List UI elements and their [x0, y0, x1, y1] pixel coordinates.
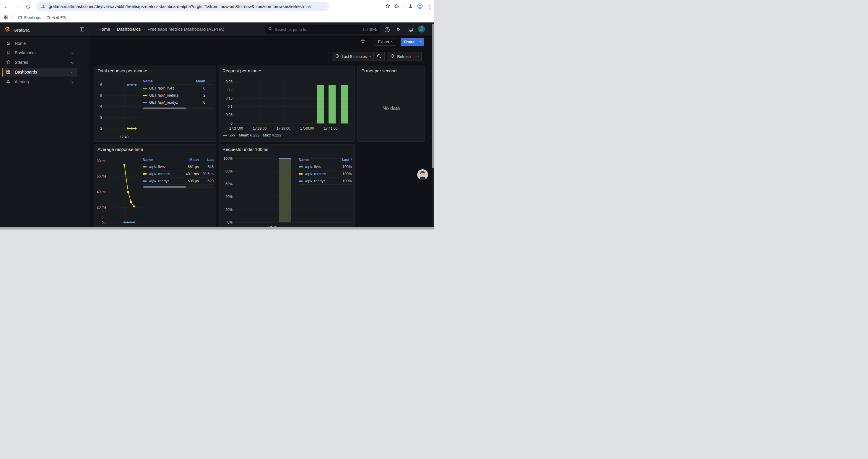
sidebar-item-home[interactable]: Home [2, 39, 78, 48]
svg-text:17:38:00: 17:38:00 [253, 126, 267, 131]
search-input[interactable] [275, 27, 361, 32]
refresh-interval-button[interactable] [414, 52, 421, 61]
legend-scrollbar[interactable] [143, 107, 214, 109]
legend-row[interactable]: GET /api/_readyz 6 [143, 99, 214, 106]
legend-scrollbar[interactable] [143, 186, 214, 188]
sidebar-item-bookmarks[interactable]: Bookmarks [2, 48, 78, 57]
vertical-scrollbar[interactable] [432, 23, 434, 230]
export-button[interactable]: Export [375, 38, 396, 46]
svg-text:0.2: 0.2 [227, 88, 232, 92]
bookmark-icon [6, 50, 11, 56]
legend-row[interactable]: /api/_livez 661 µs 646 [143, 163, 214, 170]
legend-row[interactable]: /api/_livez 100% [299, 163, 352, 170]
series-swatch [299, 181, 303, 182]
panel-title[interactable]: Request per minute [222, 68, 261, 73]
help-icon[interactable]: ? [383, 26, 391, 33]
svg-text:0.05: 0.05 [226, 113, 233, 117]
address-bar[interactable] [36, 2, 329, 11]
sidebar-item-starred[interactable]: Starred [2, 58, 78, 67]
star-icon [6, 60, 11, 65]
search-box[interactable]: ⌘+k [265, 25, 380, 34]
site-settings-icon[interactable] [39, 3, 46, 10]
legend-series-name: 2xx [229, 133, 235, 137]
floating-avatar-button[interactable] [417, 169, 428, 180]
news-rss-icon[interactable] [395, 26, 402, 33]
browser-forward-icon[interactable]: → [13, 2, 21, 11]
apps-grid-icon[interactable] [4, 15, 8, 21]
chevron-down-icon[interactable] [71, 71, 73, 73]
series-swatch [299, 173, 303, 174]
sidebar-item-alerting[interactable]: Alerting [2, 77, 78, 86]
chevron-down-icon[interactable] [71, 80, 73, 83]
svg-text:17:41:00: 17:41:00 [324, 126, 338, 131]
svg-text:0.15: 0.15 [226, 96, 233, 100]
svg-text:80 ms: 80 ms [97, 159, 106, 163]
scrollbar-thumb[interactable] [432, 24, 434, 168]
grafana-brand[interactable]: Grafana [4, 26, 30, 34]
sidebar-toggle-icon[interactable] [79, 27, 85, 32]
share-button[interactable]: Share [401, 38, 418, 46]
legend-header: Name Mean Las [143, 156, 214, 163]
extensions-icon[interactable] [395, 4, 399, 10]
legend-row[interactable]: /api/_readyz 100% [299, 177, 352, 185]
panel-title[interactable]: Total requests per minute [97, 68, 147, 73]
svg-text:4: 4 [100, 104, 102, 108]
zoom-out-button[interactable] [373, 52, 384, 61]
series-swatch [143, 95, 147, 96]
url-input[interactable] [49, 4, 326, 9]
grafana-app: Grafana Home › Dashboards › Freeleaps Me… [0, 23, 434, 230]
svg-text:17:37:00: 17:37:00 [229, 126, 243, 131]
favorite-star-icon[interactable] [361, 39, 366, 45]
series-swatch [143, 102, 147, 103]
legend-table: Name Last * /api/_livez 100% /api/_metri… [299, 156, 352, 185]
bar-chart[interactable]: 0.25 0.2 0.15 0.1 0.05 0 17:37:00 17:38:… [219, 76, 355, 133]
user-avatar[interactable] [418, 25, 425, 32]
sidebar-item-dashboards[interactable]: Dashboards [2, 68, 78, 76]
legend[interactable]: 2xx Mean: 0.233 Max: 0.233 [223, 133, 281, 137]
legend-row[interactable]: /api/_metrics 40.1 ms 20.5 m [143, 170, 214, 177]
legend-row[interactable]: /api/_readyz 605 µs 620 [143, 177, 214, 185]
panel-title[interactable]: Requests under 100ms [222, 147, 268, 152]
panel-title[interactable]: Errors per second [361, 68, 397, 73]
breadcrumb-separator: › [144, 27, 145, 32]
profile-icon[interactable] [417, 3, 423, 10]
svg-text:0.25: 0.25 [226, 80, 233, 84]
chevron-down-icon[interactable] [71, 52, 73, 54]
search-shortcut: ⌘+k [363, 27, 377, 32]
panel-total-requests: Total requests per minute 6 5 4 3 2 17:4… [94, 66, 216, 142]
browser-reload-icon[interactable] [24, 2, 32, 11]
browser-menu-icon[interactable]: ⋮ [427, 4, 432, 9]
series-swatch [299, 166, 303, 167]
legend-row[interactable]: GET /api/_metrics 2 [143, 92, 214, 99]
breadcrumb-dashboards[interactable]: Dashboards [117, 27, 141, 32]
toolbar-bottom-divider [89, 47, 434, 47]
horizontal-scrollbar[interactable] [0, 227, 434, 230]
chevron-down-icon [416, 55, 418, 57]
bookmark-folder-freeleaps[interactable]: Freeleaps [16, 14, 43, 22]
monitor-icon[interactable] [407, 26, 414, 33]
home-icon [6, 41, 11, 46]
browser-back-icon[interactable]: ← [2, 2, 11, 11]
time-range-picker[interactable]: Last 5 minutes [332, 52, 374, 61]
screen: ← → ⋮ [0, 0, 434, 230]
no-data-message: No data [358, 105, 425, 111]
dashboards-grid-icon [6, 69, 11, 75]
keyboard-icon [363, 28, 368, 31]
svg-text:3: 3 [100, 116, 102, 120]
legend-row[interactable]: GET /api/_livez 6 [143, 85, 214, 92]
bookmark-star-icon[interactable] [385, 4, 390, 10]
breadcrumb-home[interactable]: Home [98, 27, 110, 32]
svg-text:40%: 40% [225, 195, 232, 199]
dashboard-toolbar: Export Share [89, 37, 432, 47]
legend-header: Name Mean [143, 78, 214, 85]
refresh-button[interactable]: Refresh [387, 52, 414, 61]
legend-row[interactable]: /api/_metrics 100% [299, 170, 352, 177]
svg-text:5: 5 [100, 94, 102, 98]
svg-text:2: 2 [100, 126, 102, 131]
svg-text:60 ms: 60 ms [97, 174, 106, 178]
bookmark-folder-blogs[interactable]: 收藏博客 [43, 14, 69, 22]
share-menu-button[interactable] [418, 38, 424, 46]
chevron-down-icon[interactable] [71, 61, 73, 64]
downloads-icon[interactable] [408, 4, 413, 10]
panel-title[interactable]: Average response time [97, 147, 143, 152]
